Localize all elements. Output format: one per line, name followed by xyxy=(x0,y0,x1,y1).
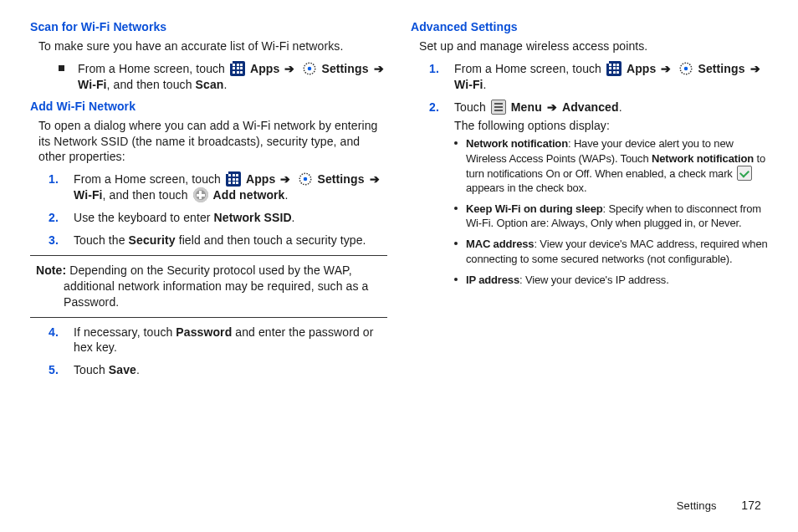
settings-label: Settings xyxy=(318,172,365,186)
text: Touch xyxy=(74,363,109,376)
apps-icon xyxy=(226,171,241,187)
divider xyxy=(30,317,387,318)
step-number: 2. xyxy=(411,100,454,294)
text: The following options display: xyxy=(454,118,768,134)
arrow-icon: ➔ xyxy=(283,62,296,75)
heading-add: Add Wi-Fi Network xyxy=(30,100,387,113)
step-number: 3. xyxy=(30,233,74,248)
left-column: Scan for Wi-Fi Networks To make sure you… xyxy=(30,20,387,385)
text: Use the keyboard to enter xyxy=(74,211,214,224)
settings-icon xyxy=(678,61,693,76)
svg-point-3 xyxy=(303,177,307,182)
scan-step: From a Home screen, touch Apps ➔ Setting… xyxy=(30,61,387,93)
step-number: 2. xyxy=(30,210,74,226)
arrow-icon: ➔ xyxy=(749,62,762,75)
text: , and then touch xyxy=(107,78,196,91)
bullet-icon xyxy=(454,242,458,245)
list-item: 2. Use the keyboard to enter Network SSI… xyxy=(30,210,387,226)
right-column: Advanced Settings Set up and manage wire… xyxy=(411,20,768,385)
text: From a Home screen, touch xyxy=(78,62,228,75)
step-number: 1. xyxy=(411,61,454,93)
heading-scan: Scan for Wi-Fi Networks xyxy=(30,20,387,33)
option-title: Network notification xyxy=(466,137,568,150)
square-bullet-icon xyxy=(59,65,64,71)
list-item: 3. Touch the Security field and then tou… xyxy=(30,233,387,248)
list-item: 1. From a Home screen, touch Apps ➔ Sett… xyxy=(30,171,387,203)
text: From a Home screen, touch xyxy=(454,62,605,75)
divider xyxy=(30,255,387,256)
text: Touch xyxy=(454,100,489,114)
scan-label: Scan xyxy=(196,78,224,91)
security-label: Security xyxy=(129,233,176,247)
arrow-icon: ➔ xyxy=(279,172,292,186)
checkmark-icon xyxy=(737,166,752,181)
apps-label: Apps xyxy=(250,62,279,75)
text: From a Home screen, touch xyxy=(74,172,224,186)
option-title: IP address xyxy=(466,274,519,286)
note-label: Note: xyxy=(36,263,66,277)
list-item: 2. Touch Menu ➔ Advanced. The following … xyxy=(411,100,768,294)
wifi-label: Wi-Fi xyxy=(74,188,103,202)
list-item: Network notification: Have your device a… xyxy=(454,136,768,195)
advanced-label: Advanced xyxy=(562,100,619,114)
step-number: 4. xyxy=(30,325,74,356)
option-title: MAC address xyxy=(466,238,534,250)
apps-label: Apps xyxy=(627,62,656,75)
add-network-label: Add network xyxy=(213,188,285,202)
list-item: Keep Wi-Fi on during sleep: Specify when… xyxy=(454,202,768,230)
note-block: Note: Depending on the Security protocol… xyxy=(30,263,387,310)
footer-section: Settings xyxy=(677,499,717,512)
menu-label: Menu xyxy=(511,100,542,114)
step-number: 1. xyxy=(30,171,74,203)
page-number: 172 xyxy=(741,499,761,512)
list-item: 1. From a Home screen, touch Apps ➔ Sett… xyxy=(411,61,768,93)
apps-label: Apps xyxy=(246,172,275,186)
text: , and then touch xyxy=(103,188,192,202)
option-ref: Network notification xyxy=(652,152,754,165)
advanced-options-list: Network notification: Have your device a… xyxy=(454,136,768,286)
settings-label: Settings xyxy=(322,62,369,75)
add-steps-list: 1. From a Home screen, touch Apps ➔ Sett… xyxy=(30,171,387,248)
adv-intro: Set up and manage wireless access points… xyxy=(419,38,768,54)
list-item: MAC address: View your device's MAC addr… xyxy=(454,237,768,265)
settings-icon xyxy=(298,171,313,187)
save-label: Save xyxy=(109,363,136,376)
text: field and then touch a security type. xyxy=(176,233,366,247)
scan-intro: To make sure you have an accurate list o… xyxy=(38,38,387,54)
heading-advanced: Advanced Settings xyxy=(411,20,768,33)
bullet-icon xyxy=(454,278,458,281)
list-item: 5. Touch Save. xyxy=(30,362,387,378)
svg-point-5 xyxy=(683,67,688,71)
list-item: IP address: View your device's IP addres… xyxy=(454,273,768,287)
wifi-label: Wi-Fi xyxy=(454,78,483,91)
text: appears in the check box. xyxy=(466,182,586,194)
adv-steps-list: 1. From a Home screen, touch Apps ➔ Sett… xyxy=(411,61,768,294)
menu-icon xyxy=(491,100,506,115)
settings-icon xyxy=(302,61,317,76)
password-label: Password xyxy=(176,325,232,339)
plus-icon xyxy=(193,187,208,202)
arrow-icon: ➔ xyxy=(545,100,559,114)
apps-icon xyxy=(606,61,622,76)
settings-label: Settings xyxy=(698,62,745,75)
step-number: 5. xyxy=(30,362,74,378)
bullet-icon xyxy=(454,207,458,210)
wifi-label: Wi-Fi xyxy=(78,78,107,91)
arrow-icon: ➔ xyxy=(659,62,673,75)
page-footer: Settings 172 xyxy=(677,499,761,512)
ssid-label: Network SSID xyxy=(214,211,292,224)
text: Touch the xyxy=(74,233,129,247)
list-item: 4. If necessary, touch Password and ente… xyxy=(30,325,387,356)
arrow-icon: ➔ xyxy=(368,172,381,186)
add-steps-list-cont: 4. If necessary, touch Password and ente… xyxy=(30,325,387,379)
text: If necessary, touch xyxy=(74,325,176,339)
note-body: Depending on the Security protocol used … xyxy=(64,263,368,309)
arrow-icon: ➔ xyxy=(372,62,386,75)
svg-point-1 xyxy=(307,67,311,71)
option-title: Keep Wi-Fi on during sleep xyxy=(466,202,603,215)
bullet-icon xyxy=(454,141,458,145)
text: : View your device's IP address. xyxy=(519,274,669,286)
apps-icon xyxy=(230,61,245,76)
add-intro: To open a dialog where you can add a Wi-… xyxy=(38,118,387,166)
